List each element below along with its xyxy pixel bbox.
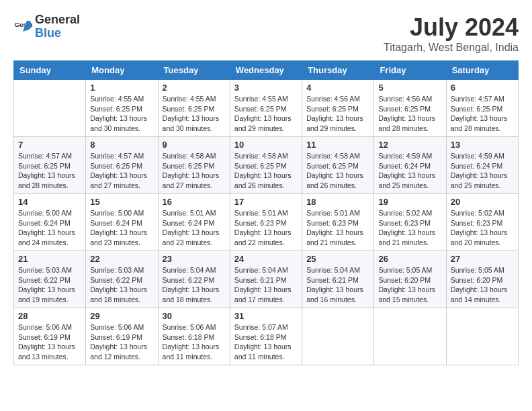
day-number: 29 — [90, 311, 153, 321]
sunrise: Sunrise: 4:55 AM — [163, 95, 216, 103]
calendar-cell-w3-d6: 20 Sunrise: 5:02 AM Sunset: 6:23 PM Dayl… — [446, 194, 518, 251]
calendar-cell-w5-d2: 30 Sunrise: 5:06 AM Sunset: 6:18 PM Dayl… — [158, 308, 230, 365]
calendar-cell-w3-d4: 18 Sunrise: 5:01 AM Sunset: 6:23 PM Dayl… — [302, 194, 374, 251]
day-number: 19 — [378, 197, 441, 207]
daylight: Daylight: 13 hours and 24 minutes. — [18, 228, 75, 246]
day-info: Sunrise: 5:06 AM Sunset: 6:19 PM Dayligh… — [18, 322, 81, 362]
sunrise: Sunrise: 4:55 AM — [90, 95, 144, 103]
day-info: Sunrise: 5:01 AM Sunset: 6:23 PM Dayligh… — [234, 208, 298, 248]
calendar-cell-w5-d1: 29 Sunrise: 5:06 AM Sunset: 6:19 PM Dayl… — [86, 308, 158, 365]
sunrise: Sunrise: 5:04 AM — [234, 266, 288, 274]
sunrise: Sunrise: 4:57 AM — [90, 152, 144, 160]
sunrise: Sunrise: 4:57 AM — [18, 152, 72, 160]
week-row-5: 28 Sunrise: 5:06 AM Sunset: 6:19 PM Dayl… — [14, 308, 519, 365]
day-info: Sunrise: 4:58 AM Sunset: 6:25 PM Dayligh… — [306, 151, 369, 191]
day-number: 5 — [378, 83, 441, 93]
day-info: Sunrise: 4:59 AM Sunset: 6:24 PM Dayligh… — [378, 151, 441, 191]
day-info: Sunrise: 4:58 AM Sunset: 6:25 PM Dayligh… — [163, 151, 226, 191]
sunset: Sunset: 6:24 PM — [378, 162, 431, 170]
calendar-cell-w2-d3: 10 Sunrise: 4:58 AM Sunset: 6:25 PM Dayl… — [230, 137, 302, 194]
day-info: Sunrise: 5:02 AM Sunset: 6:23 PM Dayligh… — [451, 208, 514, 248]
sunrise: Sunrise: 5:03 AM — [90, 266, 144, 274]
day-info: Sunrise: 4:59 AM Sunset: 6:24 PM Dayligh… — [451, 151, 514, 191]
sunrise: Sunrise: 4:55 AM — [234, 95, 288, 103]
logo-blue: Blue — [35, 27, 80, 40]
location-title: Titagarh, West Bengal, India — [384, 42, 519, 54]
sunset: Sunset: 6:21 PM — [234, 276, 287, 284]
daylight: Daylight: 13 hours and 15 minutes. — [378, 285, 435, 304]
daylight: Daylight: 13 hours and 23 minutes. — [163, 228, 220, 246]
daylight: Daylight: 13 hours and 22 minutes. — [234, 228, 292, 246]
daylight: Daylight: 13 hours and 17 minutes. — [234, 285, 292, 304]
day-number: 10 — [234, 140, 298, 150]
day-number: 20 — [451, 197, 514, 207]
calendar-cell-w1-d0 — [14, 80, 86, 137]
daylight: Daylight: 13 hours and 19 minutes. — [18, 285, 75, 304]
daylight: Daylight: 13 hours and 11 minutes. — [234, 342, 292, 361]
sunset: Sunset: 6:19 PM — [18, 333, 71, 341]
calendar-cell-w5-d0: 28 Sunrise: 5:06 AM Sunset: 6:19 PM Dayl… — [14, 308, 86, 365]
sunrise: Sunrise: 5:01 AM — [234, 209, 288, 217]
sunset: Sunset: 6:24 PM — [90, 219, 142, 227]
day-number: 7 — [18, 140, 81, 150]
day-number: 30 — [163, 311, 226, 321]
daylight: Daylight: 13 hours and 11 minutes. — [163, 342, 220, 361]
sunrise: Sunrise: 5:07 AM — [234, 323, 288, 331]
sunset: Sunset: 6:19 PM — [90, 333, 142, 341]
sunrise: Sunrise: 5:05 AM — [378, 266, 432, 274]
day-info: Sunrise: 5:01 AM Sunset: 6:23 PM Dayligh… — [306, 208, 369, 248]
day-number: 26 — [378, 254, 441, 264]
day-info: Sunrise: 5:01 AM Sunset: 6:24 PM Dayligh… — [163, 208, 226, 248]
day-info: Sunrise: 4:55 AM Sunset: 6:25 PM Dayligh… — [163, 94, 226, 134]
sunset: Sunset: 6:24 PM — [451, 162, 503, 170]
day-number: 21 — [18, 254, 81, 264]
calendar-cell-w4-d0: 21 Sunrise: 5:03 AM Sunset: 6:22 PM Dayl… — [14, 251, 86, 308]
day-info: Sunrise: 5:04 AM Sunset: 6:22 PM Dayligh… — [163, 265, 226, 305]
day-number: 25 — [306, 254, 369, 264]
day-info: Sunrise: 4:56 AM Sunset: 6:25 PM Dayligh… — [306, 94, 369, 134]
week-row-4: 21 Sunrise: 5:03 AM Sunset: 6:22 PM Dayl… — [14, 251, 519, 308]
sunset: Sunset: 6:25 PM — [378, 105, 431, 113]
day-info: Sunrise: 5:03 AM Sunset: 6:22 PM Dayligh… — [18, 265, 81, 305]
day-number: 27 — [451, 254, 514, 264]
daylight: Daylight: 13 hours and 16 minutes. — [306, 285, 363, 304]
daylight: Daylight: 13 hours and 21 minutes. — [378, 228, 435, 246]
daylight: Daylight: 13 hours and 27 minutes. — [90, 171, 147, 189]
sunrise: Sunrise: 5:01 AM — [306, 209, 360, 217]
day-number: 16 — [163, 197, 226, 207]
daylight: Daylight: 13 hours and 13 minutes. — [18, 342, 75, 361]
sunset: Sunset: 6:18 PM — [163, 333, 215, 341]
day-number: 2 — [163, 83, 226, 93]
day-number: 15 — [90, 197, 153, 207]
day-number: 14 — [18, 197, 81, 207]
page-header: General General Blue July 2024 Titagarh,… — [13, 13, 519, 54]
day-info: Sunrise: 4:55 AM Sunset: 6:25 PM Dayligh… — [90, 94, 153, 134]
sunset: Sunset: 6:23 PM — [451, 219, 503, 227]
week-row-1: 1 Sunrise: 4:55 AM Sunset: 6:25 PM Dayli… — [14, 80, 519, 137]
sunrise: Sunrise: 5:02 AM — [378, 209, 432, 217]
daylight: Daylight: 13 hours and 12 minutes. — [90, 342, 147, 361]
sunset: Sunset: 6:23 PM — [378, 219, 431, 227]
sunset: Sunset: 6:23 PM — [306, 219, 359, 227]
daylight: Daylight: 13 hours and 25 minutes. — [378, 171, 435, 189]
calendar-cell-w1-d1: 1 Sunrise: 4:55 AM Sunset: 6:25 PM Dayli… — [86, 80, 158, 137]
sunset: Sunset: 6:25 PM — [451, 105, 503, 113]
calendar-cell-w4-d3: 24 Sunrise: 5:04 AM Sunset: 6:21 PM Dayl… — [230, 251, 302, 308]
header-tuesday: Tuesday — [158, 61, 230, 80]
sunset: Sunset: 6:21 PM — [306, 276, 359, 284]
sunset: Sunset: 6:25 PM — [90, 162, 142, 170]
day-number: 17 — [234, 197, 298, 207]
sunset: Sunset: 6:22 PM — [18, 276, 71, 284]
daylight: Daylight: 13 hours and 20 minutes. — [451, 228, 508, 246]
sunrise: Sunrise: 5:04 AM — [163, 266, 216, 274]
sunset: Sunset: 6:22 PM — [163, 276, 215, 284]
sunrise: Sunrise: 5:05 AM — [451, 266, 504, 274]
calendar-cell-w2-d1: 8 Sunrise: 4:57 AM Sunset: 6:25 PM Dayli… — [86, 137, 158, 194]
header-friday: Friday — [374, 61, 446, 80]
daylight: Daylight: 13 hours and 28 minutes. — [451, 114, 508, 132]
sunset: Sunset: 6:23 PM — [234, 219, 287, 227]
header-saturday: Saturday — [446, 61, 518, 80]
day-number: 12 — [378, 140, 441, 150]
calendar-cell-w2-d5: 12 Sunrise: 4:59 AM Sunset: 6:24 PM Dayl… — [374, 137, 446, 194]
sunset: Sunset: 6:20 PM — [378, 276, 431, 284]
